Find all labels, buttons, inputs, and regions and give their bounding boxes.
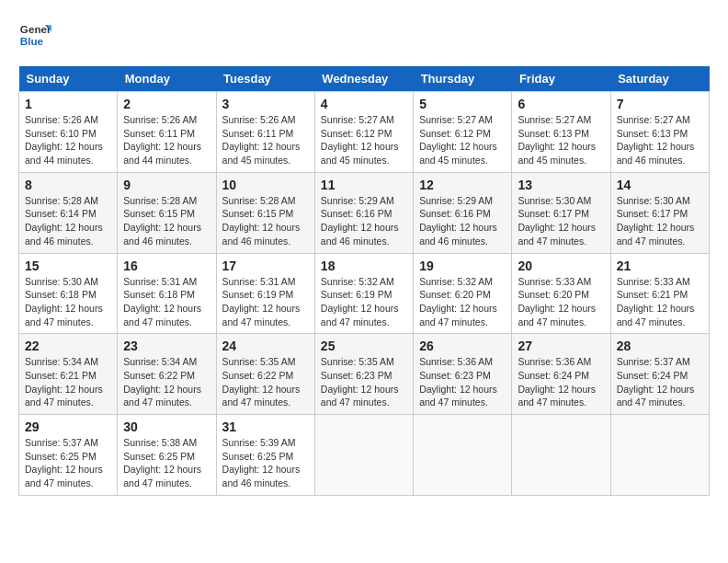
day-of-week-header: Wednesday (314, 66, 413, 92)
day-info: Sunrise: 5:29 AMSunset: 6:16 PMDaylight:… (419, 194, 506, 248)
svg-text:General: General (20, 23, 51, 35)
calendar-cell (512, 415, 610, 496)
calendar-cell: 31 Sunrise: 5:39 AMSunset: 6:25 PMDaylig… (216, 415, 314, 496)
calendar-cell: 14 Sunrise: 5:30 AMSunset: 6:17 PMDaylig… (610, 172, 709, 253)
day-number: 22 (25, 339, 111, 353)
calendar-cell: 16 Sunrise: 5:31 AMSunset: 6:18 PMDaylig… (118, 253, 216, 334)
calendar-week-row: 15 Sunrise: 5:30 AMSunset: 6:18 PMDaylig… (19, 253, 710, 334)
day-number: 17 (222, 259, 309, 273)
day-info: Sunrise: 5:27 AMSunset: 6:13 PMDaylight:… (518, 113, 604, 167)
day-number: 30 (123, 419, 210, 434)
calendar-cell (314, 415, 413, 496)
calendar-cell: 11 Sunrise: 5:29 AMSunset: 6:16 PMDaylig… (314, 172, 413, 253)
calendar-cell: 3 Sunrise: 5:26 AMSunset: 6:11 PMDayligh… (216, 92, 314, 173)
day-number: 10 (222, 178, 309, 192)
day-of-week-header: Monday (118, 66, 216, 92)
day-info: Sunrise: 5:32 AMSunset: 6:19 PMDaylight:… (321, 275, 407, 329)
day-number: 18 (321, 259, 407, 273)
svg-text:Blue: Blue (20, 35, 44, 47)
day-of-week-header: Tuesday (216, 66, 314, 92)
day-info: Sunrise: 5:30 AMSunset: 6:17 PMDaylight:… (617, 194, 703, 248)
calendar-cell: 20 Sunrise: 5:33 AMSunset: 6:20 PMDaylig… (512, 253, 610, 334)
day-number: 27 (518, 339, 604, 353)
day-number: 4 (321, 97, 407, 111)
calendar-cell: 6 Sunrise: 5:27 AMSunset: 6:13 PMDayligh… (512, 92, 610, 173)
day-number: 15 (25, 259, 111, 273)
day-info: Sunrise: 5:31 AMSunset: 6:18 PMDaylight:… (123, 275, 210, 329)
day-info: Sunrise: 5:33 AMSunset: 6:21 PMDaylight:… (617, 275, 703, 329)
calendar-cell: 24 Sunrise: 5:35 AMSunset: 6:22 PMDaylig… (216, 334, 314, 415)
calendar-week-row: 22 Sunrise: 5:34 AMSunset: 6:21 PMDaylig… (19, 334, 710, 415)
day-number: 5 (419, 97, 506, 111)
day-number: 24 (222, 339, 309, 353)
calendar-week-row: 1 Sunrise: 5:26 AMSunset: 6:10 PMDayligh… (19, 92, 710, 173)
day-number: 26 (419, 339, 506, 353)
day-of-week-header: Friday (512, 66, 610, 92)
calendar-cell: 5 Sunrise: 5:27 AMSunset: 6:12 PMDayligh… (414, 92, 512, 173)
day-info: Sunrise: 5:36 AMSunset: 6:23 PMDaylight:… (419, 355, 506, 409)
day-info: Sunrise: 5:30 AMSunset: 6:18 PMDaylight:… (25, 275, 111, 329)
calendar-cell: 15 Sunrise: 5:30 AMSunset: 6:18 PMDaylig… (19, 253, 118, 334)
calendar-cell: 27 Sunrise: 5:36 AMSunset: 6:24 PMDaylig… (512, 334, 610, 415)
day-of-week-header: Saturday (610, 66, 709, 92)
calendar-cell: 18 Sunrise: 5:32 AMSunset: 6:19 PMDaylig… (314, 253, 413, 334)
day-info: Sunrise: 5:36 AMSunset: 6:24 PMDaylight:… (518, 355, 604, 409)
calendar-cell: 8 Sunrise: 5:28 AMSunset: 6:14 PMDayligh… (19, 172, 118, 253)
calendar-cell: 25 Sunrise: 5:35 AMSunset: 6:23 PMDaylig… (314, 334, 413, 415)
day-info: Sunrise: 5:32 AMSunset: 6:20 PMDaylight:… (419, 275, 506, 329)
day-info: Sunrise: 5:38 AMSunset: 6:25 PMDaylight:… (123, 436, 210, 490)
day-info: Sunrise: 5:39 AMSunset: 6:25 PMDaylight:… (222, 436, 309, 490)
day-info: Sunrise: 5:27 AMSunset: 6:13 PMDaylight:… (617, 113, 703, 167)
day-number: 13 (518, 178, 604, 192)
day-number: 16 (123, 259, 210, 273)
day-info: Sunrise: 5:27 AMSunset: 6:12 PMDaylight:… (321, 113, 407, 167)
day-number: 31 (222, 419, 309, 434)
calendar-cell: 13 Sunrise: 5:30 AMSunset: 6:17 PMDaylig… (512, 172, 610, 253)
calendar-cell: 26 Sunrise: 5:36 AMSunset: 6:23 PMDaylig… (414, 334, 512, 415)
day-info: Sunrise: 5:37 AMSunset: 6:24 PMDaylight:… (617, 355, 703, 409)
day-info: Sunrise: 5:35 AMSunset: 6:23 PMDaylight:… (321, 355, 407, 409)
calendar-cell: 4 Sunrise: 5:27 AMSunset: 6:12 PMDayligh… (314, 92, 413, 173)
day-of-week-header: Sunday (19, 66, 118, 92)
day-number: 23 (123, 339, 210, 353)
day-number: 11 (321, 178, 407, 192)
calendar-cell: 1 Sunrise: 5:26 AMSunset: 6:10 PMDayligh… (19, 92, 118, 173)
day-info: Sunrise: 5:26 AMSunset: 6:11 PMDaylight:… (222, 113, 309, 167)
day-number: 8 (25, 178, 111, 192)
day-info: Sunrise: 5:28 AMSunset: 6:14 PMDaylight:… (25, 194, 111, 248)
day-number: 28 (617, 339, 703, 353)
day-info: Sunrise: 5:34 AMSunset: 6:22 PMDaylight:… (123, 355, 210, 409)
day-info: Sunrise: 5:28 AMSunset: 6:15 PMDaylight:… (123, 194, 210, 248)
day-number: 6 (518, 97, 604, 111)
calendar-week-row: 29 Sunrise: 5:37 AMSunset: 6:25 PMDaylig… (19, 415, 710, 496)
day-number: 29 (25, 419, 111, 434)
calendar-cell: 9 Sunrise: 5:28 AMSunset: 6:15 PMDayligh… (118, 172, 216, 253)
day-info: Sunrise: 5:26 AMSunset: 6:11 PMDaylight:… (123, 113, 210, 167)
day-info: Sunrise: 5:37 AMSunset: 6:25 PMDaylight:… (25, 436, 111, 490)
calendar-table: SundayMondayTuesdayWednesdayThursdayFrid… (18, 66, 710, 496)
day-info: Sunrise: 5:27 AMSunset: 6:12 PMDaylight:… (419, 113, 506, 167)
calendar-cell: 22 Sunrise: 5:34 AMSunset: 6:21 PMDaylig… (19, 334, 118, 415)
calendar-cell: 30 Sunrise: 5:38 AMSunset: 6:25 PMDaylig… (118, 415, 216, 496)
day-number: 9 (123, 178, 210, 192)
calendar-cell: 12 Sunrise: 5:29 AMSunset: 6:16 PMDaylig… (414, 172, 512, 253)
calendar-header-row: SundayMondayTuesdayWednesdayThursdayFrid… (19, 66, 710, 92)
day-number: 20 (518, 259, 604, 273)
calendar-cell: 29 Sunrise: 5:37 AMSunset: 6:25 PMDaylig… (19, 415, 118, 496)
page-header: General Blue (18, 18, 710, 52)
day-info: Sunrise: 5:33 AMSunset: 6:20 PMDaylight:… (518, 275, 604, 329)
day-number: 19 (419, 259, 506, 273)
logo: General Blue (18, 18, 51, 52)
day-number: 14 (617, 178, 703, 192)
calendar-cell: 10 Sunrise: 5:28 AMSunset: 6:15 PMDaylig… (216, 172, 314, 253)
day-info: Sunrise: 5:34 AMSunset: 6:21 PMDaylight:… (25, 355, 111, 409)
calendar-body: 1 Sunrise: 5:26 AMSunset: 6:10 PMDayligh… (19, 92, 710, 496)
calendar-cell (610, 415, 709, 496)
calendar-cell: 21 Sunrise: 5:33 AMSunset: 6:21 PMDaylig… (610, 253, 709, 334)
logo-icon: General Blue (18, 18, 51, 52)
calendar-week-row: 8 Sunrise: 5:28 AMSunset: 6:14 PMDayligh… (19, 172, 710, 253)
day-number: 21 (617, 259, 703, 273)
day-of-week-header: Thursday (414, 66, 512, 92)
day-number: 12 (419, 178, 506, 192)
day-number: 1 (25, 97, 111, 111)
